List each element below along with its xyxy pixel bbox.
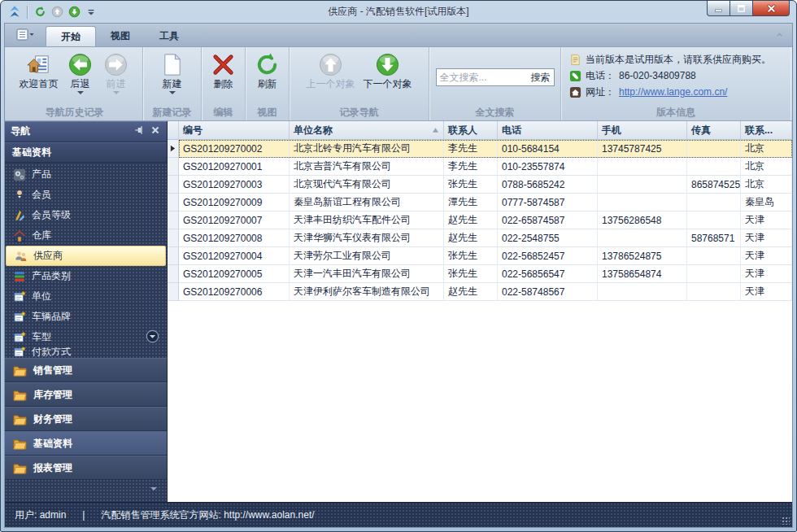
cell-contact: 潭先生 [444, 194, 498, 211]
row-selector[interactable] [168, 229, 179, 247]
table-row[interactable]: GS201209270006天津伊利萨尔客车制造有限公司赵先生022-58748… [168, 283, 792, 301]
tab-tools[interactable]: 工具 [145, 26, 194, 46]
sidebar-group-report-mgmt[interactable]: 报表管理 [5, 456, 167, 480]
delete-button[interactable]: 删除 [206, 49, 242, 90]
row-cells: GS201209270003北京现代汽车有限公司张先生0788-56852428… [179, 176, 792, 194]
previous-object-label: 上一个对象 [307, 78, 355, 90]
quick-refresh-button[interactable] [33, 5, 47, 20]
previous-object-button[interactable]: 上一个对象 [303, 49, 359, 90]
row-selector[interactable] [168, 140, 179, 158]
navigation-pane: 导航 基础资料 产品会员会员等级仓库供应商产品类别单位车辆品牌车型付款方式 销售… [5, 121, 168, 502]
quick-next-button[interactable] [67, 5, 81, 20]
fulltext-search-input[interactable] [440, 72, 528, 83]
cell-phone: 022-2548755 [498, 229, 598, 247]
next-object-button[interactable]: 下一个对象 [359, 49, 416, 90]
cell-name: 天津华狮汽车仪表有限公司 [290, 229, 444, 247]
quick-previous-button[interactable] [50, 5, 64, 20]
sidebar-group-finance-mgmt[interactable]: 财务管理 [5, 407, 167, 431]
table-row[interactable]: GS201209270002北京北铃专用汽车有限公司李先生010-5684154… [168, 140, 792, 158]
cell-contact: 赵先生 [444, 229, 498, 247]
row-selector[interactable] [168, 265, 179, 283]
welcome-home-button[interactable]: 欢迎首页 [15, 49, 63, 90]
table-row[interactable]: GS201209270007天津丰田纺织汽车配件公司赵先生022-6587458… [168, 211, 792, 229]
app-menu-button[interactable] [11, 27, 39, 45]
sidebar-scroll-down-button[interactable] [146, 329, 159, 343]
tab-view[interactable]: 视图 [96, 26, 145, 46]
sidebar-item-vehicle-model[interactable]: 车型 [5, 327, 167, 347]
back-dropdown-caret [77, 91, 84, 98]
cell-contact: 李先生 [444, 140, 498, 158]
sidebar-groups: 销售管理库存管理财务管理基础资料报表管理 [5, 358, 167, 480]
column-header-city[interactable]: 联系... [741, 121, 792, 140]
minimize-button[interactable] [707, 1, 730, 16]
row-selector[interactable] [168, 194, 179, 211]
column-header-phone[interactable]: 电话 [498, 121, 598, 140]
column-header-label: 传真 [691, 124, 711, 137]
trial-notice-row: 当前版本是试用版本，请联系供应商购买。 [569, 51, 782, 68]
refresh-button[interactable]: 刷新 [250, 49, 285, 90]
pin-button[interactable] [133, 125, 145, 137]
form-icon [13, 290, 26, 303]
sidebar-item-member[interactable]: 会员 [5, 185, 167, 205]
sidebar-item-unit[interactable]: 单位 [5, 286, 167, 307]
table-row[interactable]: GS201209270003北京现代汽车有限公司张先生0788-56852428… [168, 176, 792, 194]
sidebar-item-product-category[interactable]: 产品类别 [5, 266, 167, 286]
sidebar-item-label: 仓库 [32, 229, 51, 242]
row-selector[interactable] [168, 158, 179, 176]
resize-grip[interactable] [781, 516, 790, 525]
column-header-label: 电话 [502, 124, 521, 137]
close-pane-button[interactable] [149, 125, 161, 137]
back-button[interactable]: 后退 [63, 49, 98, 98]
search-button[interactable]: 搜索 [528, 71, 551, 85]
cell-id: GS201209270002 [179, 140, 290, 158]
maximize-button[interactable] [730, 1, 753, 16]
toolbar-more-button[interactable] [84, 5, 98, 20]
app-body: 开始视图工具 欢迎首页 后退 前进 [4, 23, 793, 528]
table-row[interactable]: GS201209270005天津一汽丰田汽车有限公司张先生022-5685654… [168, 265, 792, 283]
quick-access-toolbar [4, 5, 98, 20]
sidebar-group-base-data[interactable]: 基础资料 [5, 431, 167, 456]
close-button[interactable] [753, 1, 790, 16]
column-header-fax[interactable]: 传真 [687, 121, 741, 140]
row-selector[interactable] [168, 283, 179, 301]
sidebar-item-product[interactable]: 产品 [5, 164, 167, 185]
sidebar-item-warehouse[interactable]: 仓库 [5, 225, 167, 246]
cell-phone: 022-56852457 [498, 247, 598, 265]
row-selector[interactable] [168, 247, 179, 265]
window-title: 供应商 - 汽配销售软件[试用版本] [4, 5, 793, 19]
cell-id: GS201209270003 [179, 176, 290, 194]
sidebar-item-member-level[interactable]: 会员等级 [5, 205, 167, 225]
sidebar-overflow-caret[interactable] [150, 487, 157, 494]
vendor-site-link[interactable]: http://www.lange.com.cn/ [619, 84, 727, 100]
sidebar-group-label: 基础资料 [33, 437, 72, 451]
table-row[interactable]: GS201209270008天津华狮汽车仪表有限公司赵先生022-2548755… [168, 229, 792, 247]
cell-contact: 张先生 [444, 176, 498, 194]
folder-icon [13, 413, 27, 425]
fulltext-search-box: 搜索 [436, 68, 555, 86]
table-row[interactable]: GS201209270009秦皇岛新谊工程有限公司潭先生0777-5874587… [168, 194, 792, 211]
new-label: 新建 [163, 78, 182, 90]
cell-mobile [598, 176, 687, 194]
forward-arrow-icon [103, 51, 128, 78]
new-button[interactable]: 新建 [155, 49, 190, 98]
ribbon-collapse-button[interactable] [773, 29, 786, 42]
sidebar-group-inventory-mgmt[interactable]: 库存管理 [5, 382, 167, 407]
forward-button[interactable]: 前进 [98, 49, 134, 98]
sidebar-item-supplier[interactable]: 供应商 [6, 246, 166, 266]
column-header-id[interactable]: 编号 [179, 121, 290, 140]
column-header-name[interactable]: 单位名称 [290, 121, 444, 140]
table-row[interactable]: GS201209270004天津劳尔工业有限公司张先生022-568524571… [168, 247, 792, 265]
sidebar-item-label: 产品 [32, 168, 51, 181]
sidebar-group-sales-mgmt[interactable]: 销售管理 [5, 358, 167, 382]
table-row[interactable]: GS201209270001北京吉普汽车有限公司李先生010-23557874北… [168, 158, 792, 176]
row-selector[interactable] [168, 211, 179, 229]
sidebar-item-payment-method[interactable]: 付款方式 [5, 347, 167, 356]
cell-city: 天津 [741, 211, 792, 229]
column-header-mobile[interactable]: 手机 [598, 121, 687, 140]
tab-start[interactable]: 开始 [46, 26, 96, 46]
row-selector[interactable] [168, 176, 179, 194]
column-header-contact[interactable]: 联系人 [444, 121, 498, 140]
sidebar-item-vehicle-brand[interactable]: 车辆品牌 [5, 307, 167, 327]
cell-phone: 022-56856547 [498, 265, 598, 283]
group-label-nav-history: 导航历史记录 [8, 106, 141, 120]
